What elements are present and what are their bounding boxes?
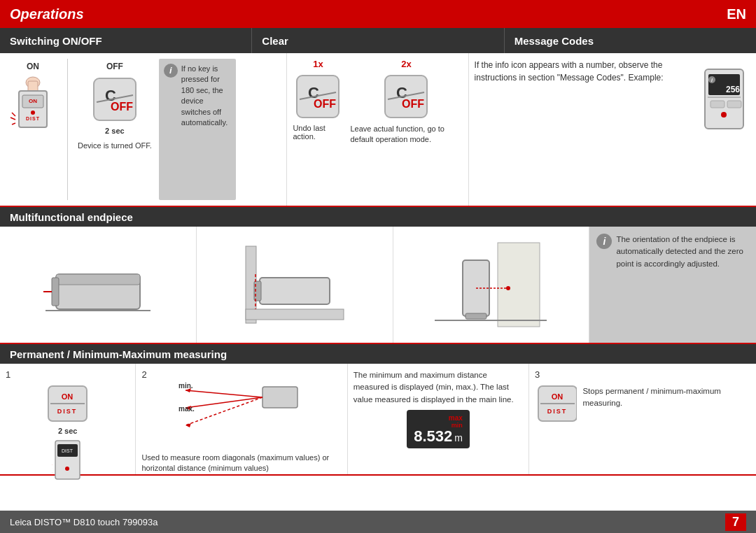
endpiece-cell-1	[0, 227, 197, 343]
svg-text:ON: ON	[29, 98, 37, 104]
coff-button-svg: C OFF	[90, 74, 140, 125]
svg-rect-43	[465, 313, 486, 319]
svg-text:DIST: DIST	[62, 448, 74, 453]
svg-text:OFF: OFF	[314, 98, 336, 110]
perm-device-1: DIST	[52, 437, 83, 483]
perm-step2: 2 min. max. Used to measure room diagona…	[136, 364, 347, 474]
svg-rect-29	[710, 101, 724, 108]
device-off-text: Device is turned OFF.	[78, 141, 152, 151]
page-title: Operations	[10, 6, 84, 22]
section-header-permanent: Permanent / Minimum-Maximum measuring	[0, 344, 756, 364]
svg-text:OFF: OFF	[111, 101, 133, 113]
row-3: 1 ON DIST 2 sec DIST	[0, 364, 756, 476]
endpiece-info: i The orientation of the endpiece is aut…	[589, 227, 756, 343]
off-label: OFF	[106, 62, 123, 71]
endpiece-img-3	[435, 239, 547, 330]
section-header-on-off: Switching ON/OFF	[0, 28, 252, 53]
step3-num: 3	[535, 369, 750, 380]
step1-num: 1	[6, 369, 10, 380]
display-max-label: max	[449, 414, 463, 422]
svg-rect-33	[52, 278, 59, 306]
2x-label: 2x	[401, 59, 411, 69]
divider	[67, 59, 68, 200]
off-info-box: i If no key is pressed for 180 sec, the …	[159, 59, 236, 200]
svg-line-61	[186, 397, 262, 425]
clear-2x: 2x C OFF Leave actual function, go to de…	[350, 59, 462, 145]
2sec-label: 2 sec	[105, 127, 125, 135]
svg-text:DIST: DIST	[547, 408, 568, 415]
endpiece-info-icon: i	[596, 234, 612, 249]
svg-point-6	[31, 111, 35, 115]
display-readout: max min 8.532 m	[407, 410, 470, 448]
perm-on-btn-svg: ON DIST	[45, 383, 90, 425]
step1-2sec: 2 sec	[58, 427, 78, 435]
info-text: If no key is pressed for 180 sec, the de…	[181, 64, 231, 128]
row-1: ON ON DIST	[0, 53, 756, 207]
display-value: 8.532	[414, 429, 452, 444]
svg-text:DIST: DIST	[26, 116, 40, 121]
display-min-label: min	[451, 422, 463, 429]
svg-text:max.: max.	[178, 405, 195, 413]
perm-step3: 3 ON DIST Stops permanent / minimum-maxi…	[529, 364, 756, 474]
svg-text:OFF: OFF	[402, 98, 424, 110]
perm-middle: The minimum and maximum distance measure…	[348, 364, 529, 474]
svg-text:ON: ON	[62, 392, 74, 401]
footer: Leica DISTO™ D810 touch 799093a 7	[0, 511, 756, 533]
clear-column: 1x C OFF Undo last action. 2x C OFF	[287, 53, 468, 206]
on-label: ON	[27, 62, 39, 71]
section-header-endpiece: Multifunctional endpiece	[0, 207, 756, 227]
perm-on-btn-3-svg: ON DIST	[535, 383, 577, 425]
footer-label: Leica DISTO™ D810 touch 799093a	[10, 517, 158, 527]
message-device-svg: i 256	[698, 66, 750, 136]
clear-coff-2x-svg: C OFF	[381, 71, 431, 122]
svg-point-54	[65, 467, 69, 471]
svg-point-28	[721, 112, 727, 118]
svg-line-60	[186, 397, 262, 408]
endpiece-img-2	[239, 239, 351, 330]
clear-coff-1x-svg: C OFF	[293, 71, 343, 122]
message-description: If the info icon appears with a number, …	[475, 59, 692, 84]
perm-step1: 1 ON DIST 2 sec DIST	[0, 364, 136, 474]
section-header-message: Message Codes	[505, 28, 756, 53]
endpiece-cell-3	[393, 227, 590, 343]
middle-text: The minimum and maximum distance measure…	[354, 369, 523, 406]
row-2: i The orientation of the endpiece is aut…	[0, 227, 756, 344]
endpiece-info-text: The orientation of the endpiece is autom…	[616, 234, 749, 270]
endpiece-cell-2	[197, 227, 393, 343]
svg-rect-41	[498, 243, 540, 327]
svg-line-7	[12, 113, 15, 116]
svg-text:min.: min.	[178, 382, 193, 390]
leave-text: Leave actual function, go to default ope…	[350, 124, 462, 145]
svg-rect-58	[262, 387, 298, 408]
off-item: OFF C OFF 2 sec Device is turned OFF.	[75, 59, 155, 200]
endpiece-img-1	[42, 239, 154, 330]
step3-text: Stops permanent / minimum-maximum measur…	[582, 385, 750, 410]
on-device-svg: ON DIST	[8, 74, 57, 130]
svg-line-9	[12, 123, 15, 125]
step2-text: Used to measure room diagonals (maximum …	[141, 453, 341, 474]
svg-rect-32	[56, 274, 140, 285]
lang-label: EN	[727, 6, 746, 22]
display-unit: m	[454, 432, 463, 443]
message-device-wrapper: i 256	[698, 59, 750, 200]
svg-line-8	[10, 118, 15, 120]
section-header-clear: Clear	[252, 28, 504, 53]
svg-rect-30	[727, 101, 741, 108]
step2-num: 2	[141, 369, 341, 380]
svg-text:DIST: DIST	[57, 408, 78, 415]
svg-rect-37	[246, 309, 344, 320]
message-column: If the info icon appears with a number, …	[469, 53, 756, 206]
on-item: ON ON DIST	[6, 59, 60, 200]
svg-line-59	[186, 390, 262, 397]
undo-text: Undo last action.	[293, 124, 343, 141]
on-off-column: ON ON DIST	[0, 53, 287, 206]
header: Operations EN	[0, 0, 756, 28]
1x-label: 1x	[313, 59, 323, 69]
info-icon: i	[164, 64, 178, 78]
svg-point-45	[506, 286, 510, 290]
svg-text:ON: ON	[552, 392, 564, 401]
clear-1x: 1x C OFF Undo last action.	[293, 59, 343, 141]
perm-scan-svg: min. max.	[178, 380, 304, 450]
svg-rect-38	[260, 278, 330, 304]
svg-text:256: 256	[726, 85, 740, 94]
